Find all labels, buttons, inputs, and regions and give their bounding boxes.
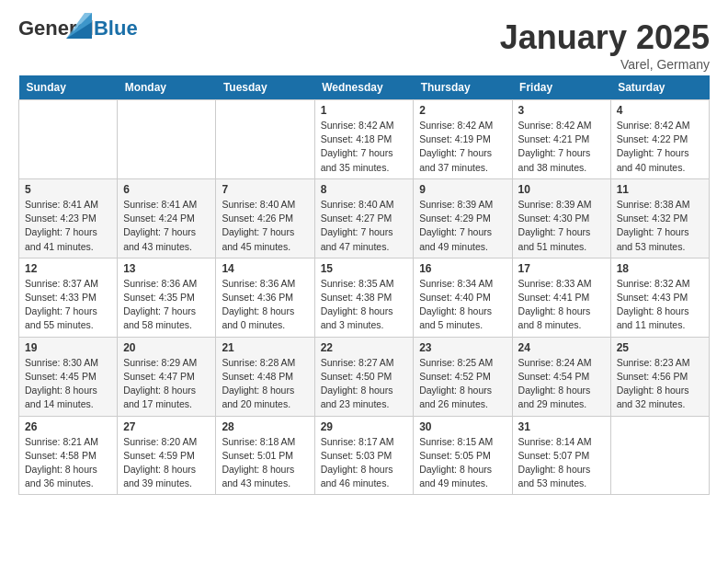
day-number: 21 — [222, 341, 308, 354]
calendar-cell: 1Sunrise: 8:42 AM Sunset: 4:18 PM Daylig… — [314, 100, 414, 179]
week-row-0: 1Sunrise: 8:42 AM Sunset: 4:18 PM Daylig… — [19, 100, 710, 179]
location: Varel, Germany — [500, 57, 710, 72]
day-info: Sunrise: 8:36 AM Sunset: 4:35 PM Dayligh… — [123, 277, 210, 333]
week-row-2: 12Sunrise: 8:37 AM Sunset: 4:33 PM Dayli… — [19, 258, 710, 337]
calendar-cell — [216, 100, 314, 179]
calendar-cell: 11Sunrise: 8:38 AM Sunset: 4:32 PM Dayli… — [610, 178, 709, 258]
calendar-cell: 25Sunrise: 8:23 AM Sunset: 4:56 PM Dayli… — [610, 337, 709, 416]
calendar-cell: 16Sunrise: 8:34 AM Sunset: 4:40 PM Dayli… — [414, 258, 512, 337]
calendar-cell: 29Sunrise: 8:17 AM Sunset: 5:03 PM Dayli… — [314, 416, 414, 495]
header-thursday: Thursday — [414, 75, 512, 100]
calendar-cell: 28Sunrise: 8:18 AM Sunset: 5:01 PM Dayli… — [216, 416, 314, 495]
page-header: GeneralBlue January 2025 Varel, Germany — [18, 18, 710, 72]
calendar-cell: 23Sunrise: 8:25 AM Sunset: 4:52 PM Dayli… — [414, 337, 512, 416]
day-number: 6 — [123, 183, 210, 196]
calendar-cell — [118, 100, 216, 179]
day-info: Sunrise: 8:21 AM Sunset: 4:58 PM Dayligh… — [25, 435, 111, 491]
day-info: Sunrise: 8:20 AM Sunset: 4:59 PM Dayligh… — [123, 435, 210, 491]
day-number: 29 — [321, 420, 408, 433]
day-info: Sunrise: 8:24 AM Sunset: 4:54 PM Dayligh… — [518, 356, 605, 412]
day-number: 3 — [518, 104, 605, 117]
logo: GeneralBlue — [18, 18, 138, 55]
day-info: Sunrise: 8:29 AM Sunset: 4:47 PM Dayligh… — [123, 356, 210, 412]
day-info: Sunrise: 8:39 AM Sunset: 4:30 PM Dayligh… — [518, 198, 605, 254]
calendar-cell: 20Sunrise: 8:29 AM Sunset: 4:47 PM Dayli… — [118, 337, 216, 416]
week-row-3: 19Sunrise: 8:30 AM Sunset: 4:45 PM Dayli… — [19, 337, 710, 416]
day-number: 16 — [419, 262, 506, 275]
day-number: 20 — [123, 341, 210, 354]
calendar-cell — [19, 100, 118, 179]
day-info: Sunrise: 8:17 AM Sunset: 5:03 PM Dayligh… — [321, 435, 408, 491]
day-info: Sunrise: 8:32 AM Sunset: 4:43 PM Dayligh… — [617, 277, 703, 333]
day-info: Sunrise: 8:25 AM Sunset: 4:52 PM Dayligh… — [419, 356, 506, 412]
day-info: Sunrise: 8:23 AM Sunset: 4:56 PM Dayligh… — [617, 356, 703, 412]
calendar-cell: 17Sunrise: 8:33 AM Sunset: 4:41 PM Dayli… — [512, 258, 610, 337]
day-info: Sunrise: 8:42 AM Sunset: 4:19 PM Dayligh… — [419, 119, 506, 175]
calendar-cell — [610, 416, 709, 495]
calendar-cell: 7Sunrise: 8:40 AM Sunset: 4:26 PM Daylig… — [216, 178, 314, 258]
day-info: Sunrise: 8:34 AM Sunset: 4:40 PM Dayligh… — [419, 277, 506, 333]
day-number: 5 — [25, 183, 111, 196]
day-number: 19 — [25, 341, 111, 354]
day-info: Sunrise: 8:39 AM Sunset: 4:29 PM Dayligh… — [419, 198, 506, 254]
day-info: Sunrise: 8:42 AM Sunset: 4:18 PM Dayligh… — [321, 119, 408, 175]
header-sunday: Sunday — [19, 75, 118, 100]
day-number: 15 — [321, 262, 408, 275]
calendar-cell: 13Sunrise: 8:36 AM Sunset: 4:35 PM Dayli… — [118, 258, 216, 337]
day-number: 4 — [617, 104, 703, 117]
week-row-1: 5Sunrise: 8:41 AM Sunset: 4:23 PM Daylig… — [19, 178, 710, 258]
day-number: 22 — [321, 341, 408, 354]
header-saturday: Saturday — [610, 75, 709, 100]
day-number: 24 — [518, 341, 605, 354]
day-info: Sunrise: 8:15 AM Sunset: 5:05 PM Dayligh… — [419, 435, 506, 491]
calendar-header-row: SundayMondayTuesdayWednesdayThursdayFrid… — [19, 75, 710, 100]
day-number: 14 — [222, 262, 308, 275]
day-info: Sunrise: 8:28 AM Sunset: 4:48 PM Dayligh… — [222, 356, 308, 412]
calendar-cell: 3Sunrise: 8:42 AM Sunset: 4:21 PM Daylig… — [512, 100, 610, 179]
day-number: 7 — [222, 183, 308, 196]
day-info: Sunrise: 8:40 AM Sunset: 4:27 PM Dayligh… — [321, 198, 408, 254]
logo-blue: Blue — [94, 17, 138, 40]
header-monday: Monday — [118, 75, 216, 100]
calendar-cell: 22Sunrise: 8:27 AM Sunset: 4:50 PM Dayli… — [314, 337, 414, 416]
day-number: 11 — [617, 183, 703, 196]
calendar-cell: 31Sunrise: 8:14 AM Sunset: 5:07 PM Dayli… — [512, 416, 610, 495]
header-tuesday: Tuesday — [216, 75, 314, 100]
day-info: Sunrise: 8:14 AM Sunset: 5:07 PM Dayligh… — [518, 435, 605, 491]
calendar-cell: 26Sunrise: 8:21 AM Sunset: 4:58 PM Dayli… — [19, 416, 118, 495]
calendar-cell: 24Sunrise: 8:24 AM Sunset: 4:54 PM Dayli… — [512, 337, 610, 416]
day-number: 25 — [617, 341, 703, 354]
calendar-cell: 14Sunrise: 8:36 AM Sunset: 4:36 PM Dayli… — [216, 258, 314, 337]
calendar-cell: 15Sunrise: 8:35 AM Sunset: 4:38 PM Dayli… — [314, 258, 414, 337]
day-info: Sunrise: 8:33 AM Sunset: 4:41 PM Dayligh… — [518, 277, 605, 333]
day-info: Sunrise: 8:18 AM Sunset: 5:01 PM Dayligh… — [222, 435, 308, 491]
title-block: January 2025 Varel, Germany — [500, 18, 710, 72]
day-info: Sunrise: 8:42 AM Sunset: 4:22 PM Dayligh… — [617, 119, 703, 175]
calendar-cell: 9Sunrise: 8:39 AM Sunset: 4:29 PM Daylig… — [414, 178, 512, 258]
day-number: 13 — [123, 262, 210, 275]
day-number: 1 — [321, 104, 408, 117]
day-number: 23 — [419, 341, 506, 354]
day-number: 12 — [25, 262, 111, 275]
calendar-cell: 5Sunrise: 8:41 AM Sunset: 4:23 PM Daylig… — [19, 178, 118, 258]
calendar-table: SundayMondayTuesdayWednesdayThursdayFrid… — [18, 75, 710, 495]
header-friday: Friday — [512, 75, 610, 100]
calendar-cell: 10Sunrise: 8:39 AM Sunset: 4:30 PM Dayli… — [512, 178, 610, 258]
day-number: 9 — [419, 183, 506, 196]
logo-icon — [66, 13, 92, 39]
day-number: 8 — [321, 183, 408, 196]
day-info: Sunrise: 8:41 AM Sunset: 4:23 PM Dayligh… — [25, 198, 111, 254]
day-number: 18 — [617, 262, 703, 275]
calendar-cell: 12Sunrise: 8:37 AM Sunset: 4:33 PM Dayli… — [19, 258, 118, 337]
day-number: 26 — [25, 420, 111, 433]
day-number: 28 — [222, 420, 308, 433]
day-info: Sunrise: 8:37 AM Sunset: 4:33 PM Dayligh… — [25, 277, 111, 333]
calendar-cell: 8Sunrise: 8:40 AM Sunset: 4:27 PM Daylig… — [314, 178, 414, 258]
day-info: Sunrise: 8:30 AM Sunset: 4:45 PM Dayligh… — [25, 356, 111, 412]
day-info: Sunrise: 8:36 AM Sunset: 4:36 PM Dayligh… — [222, 277, 308, 333]
day-number: 2 — [419, 104, 506, 117]
calendar-cell: 30Sunrise: 8:15 AM Sunset: 5:05 PM Dayli… — [414, 416, 512, 495]
day-info: Sunrise: 8:40 AM Sunset: 4:26 PM Dayligh… — [222, 198, 308, 254]
calendar-cell: 2Sunrise: 8:42 AM Sunset: 4:19 PM Daylig… — [414, 100, 512, 179]
calendar-cell: 21Sunrise: 8:28 AM Sunset: 4:48 PM Dayli… — [216, 337, 314, 416]
